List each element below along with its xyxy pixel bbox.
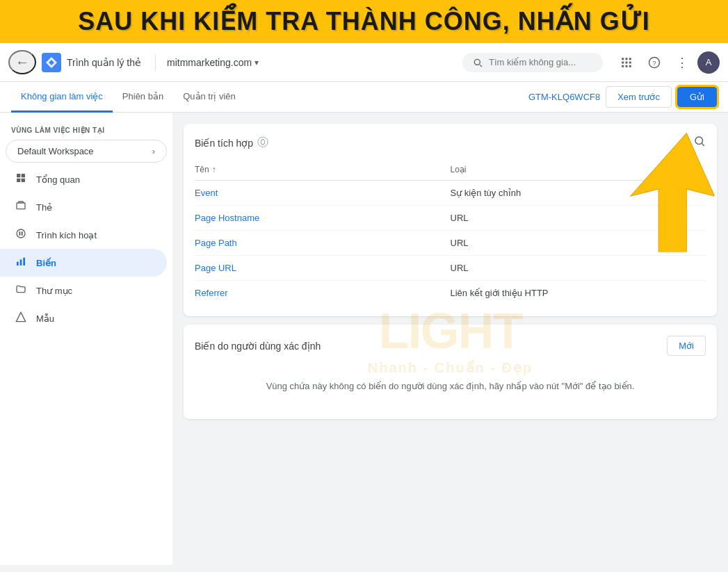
svg-point-25 xyxy=(695,137,703,145)
user-variables-title: Biến do người dùng xác định xyxy=(195,341,321,352)
card-search-button[interactable] xyxy=(693,135,706,151)
svg-rect-16 xyxy=(17,179,20,182)
avatar[interactable]: A xyxy=(697,51,720,74)
send-button[interactable]: Gửi xyxy=(677,87,717,107)
sidebar-item-label: Thư mục xyxy=(36,286,72,296)
user-variables-header: Biến do người dùng xác định Mới xyxy=(195,336,706,356)
card-title: Biến tích hợp ⓪ xyxy=(195,136,268,150)
user-variables-card: Biến do người dùng xác định Mới Vùng chứ… xyxy=(184,325,717,419)
help-icon: ? xyxy=(648,56,661,69)
card-header: Biến tích hợp ⓪ xyxy=(195,135,706,151)
sidebar-item-label: Trình kích hoạt xyxy=(36,230,97,240)
sidebar-item-label: Biến xyxy=(36,258,56,268)
svg-rect-20 xyxy=(17,262,19,265)
svg-rect-3 xyxy=(622,58,624,60)
svg-rect-6 xyxy=(622,61,624,63)
sidebar-item-templates[interactable]: Mẫu xyxy=(0,304,167,332)
variables-icon xyxy=(14,256,28,270)
sidebar-item-label: Tổng quan xyxy=(36,174,80,185)
gtm-id: GTM-KLQ6WCF8 xyxy=(528,92,600,102)
triggers-icon xyxy=(14,228,28,242)
more-icon: ⋮ xyxy=(676,55,688,70)
more-button[interactable]: ⋮ xyxy=(670,50,695,75)
preview-button[interactable]: Xem trước xyxy=(606,86,672,108)
search-box[interactable] xyxy=(462,53,603,72)
sidebar-item-triggers[interactable]: Trình kích hoạt xyxy=(0,221,167,249)
svg-rect-18 xyxy=(17,203,25,209)
topbar-icons: ? ⋮ A xyxy=(614,50,720,75)
workspace-chevron: › xyxy=(152,146,155,156)
svg-text:?: ? xyxy=(652,58,656,66)
gtm-logo xyxy=(42,53,61,72)
search-input[interactable] xyxy=(489,57,593,67)
nav-right: GTM-KLQ6WCF8 Xem trước Gửi xyxy=(528,86,717,108)
svg-marker-23 xyxy=(16,312,25,321)
domain-chevron: ▾ xyxy=(254,58,259,67)
svg-rect-11 xyxy=(629,65,631,67)
help-circle-icon: ⓪ xyxy=(257,136,268,150)
svg-point-19 xyxy=(17,229,25,238)
svg-rect-10 xyxy=(626,65,628,67)
empty-state: Vùng chứa này không có biến do người dùn… xyxy=(195,364,706,408)
tags-icon xyxy=(14,200,28,214)
svg-rect-22 xyxy=(23,258,25,265)
sidebar-item-label: Thẻ xyxy=(36,202,52,213)
tab-workspace[interactable]: Không gian làm việc xyxy=(11,82,113,113)
table-row[interactable]: Page Hostname URL xyxy=(195,206,706,231)
main-layout: VÙNG LÀM VIỆC HIỆN TẠI Default Workspace… xyxy=(0,113,728,565)
builtin-variables-card: Biến tích hợp ⓪ Tên ↑ Loại Event Sự ki xyxy=(184,124,717,316)
sidebar-item-label: Mẫu xyxy=(36,313,54,324)
table-row[interactable]: Page URL URL xyxy=(195,256,706,281)
svg-line-26 xyxy=(702,143,704,145)
sidebar-item-folders[interactable]: Thư mục xyxy=(0,277,167,304)
workspace-section-label: VÙNG LÀM VIỆC HIỆN TẠI xyxy=(0,121,172,137)
table-header: Tên ↑ Loại xyxy=(195,159,706,181)
banner-text: SAU KHI KIỂM TRA THÀNH CÔNG, NHẤN GỬI xyxy=(78,7,650,35)
workspace-selector[interactable]: Default Workspace › xyxy=(6,140,167,163)
svg-rect-9 xyxy=(622,65,624,67)
table-row[interactable]: Referrer Liên kết giới thiệu HTTP xyxy=(195,281,706,305)
svg-rect-15 xyxy=(22,174,25,177)
content-area: LIGHT Nhanh - Chuẩn - Đẹp Biến tích hợp … xyxy=(172,113,728,565)
topbar-separator xyxy=(155,54,156,71)
svg-rect-17 xyxy=(22,179,25,182)
sidebar: VÙNG LÀM VIỆC HIỆN TẠI Default Workspace… xyxy=(0,113,172,565)
back-button[interactable]: ← xyxy=(8,50,36,74)
svg-rect-21 xyxy=(20,259,22,265)
sidebar-item-overview[interactable]: Tổng quan xyxy=(0,165,167,193)
banner: SAU KHI KIỂM TRA THÀNH CÔNG, NHẤN GỬI xyxy=(0,0,728,43)
sidebar-item-variables[interactable]: Biến xyxy=(0,249,167,277)
nav-tabs: Không gian làm việc Phiên bản Quản trị v… xyxy=(0,82,728,113)
topbar: ← Trình quản lý thẻ mitmmarketing.com ▾ … xyxy=(0,43,728,82)
svg-rect-4 xyxy=(626,58,628,60)
templates-icon xyxy=(14,311,28,325)
overview-icon xyxy=(14,172,28,186)
svg-rect-7 xyxy=(626,61,628,63)
table-row[interactable]: Event Sự kiện tùy chỉnh xyxy=(195,181,706,206)
tab-admin[interactable]: Quản trị viên xyxy=(173,82,245,113)
new-variable-button[interactable]: Mới xyxy=(667,336,706,356)
svg-rect-14 xyxy=(17,174,20,177)
help-button[interactable]: ? xyxy=(642,50,667,75)
svg-rect-8 xyxy=(629,61,631,63)
table-row[interactable]: Page Path URL xyxy=(195,231,706,256)
app-name: Trình quản lý thẻ xyxy=(67,57,141,68)
search-icon xyxy=(472,57,483,68)
grid-icon-button[interactable] xyxy=(614,50,639,75)
sidebar-item-tags[interactable]: Thẻ xyxy=(0,193,167,221)
svg-rect-5 xyxy=(629,58,631,60)
domain-selector[interactable]: mitmmarketing.com ▾ xyxy=(167,57,259,68)
tab-versions[interactable]: Phiên bản xyxy=(113,82,173,113)
folders-icon xyxy=(14,284,28,297)
grid-icon xyxy=(620,56,633,69)
